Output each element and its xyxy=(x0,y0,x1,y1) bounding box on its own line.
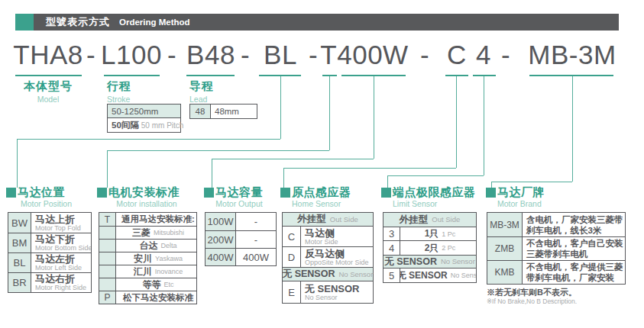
motor-installation-title: 电机安装标准 xyxy=(108,185,180,200)
page-title-en: Ordering Method xyxy=(119,18,190,27)
stroke-range-row: 50-1250mm xyxy=(108,105,180,118)
desc-zh: 2只 xyxy=(425,243,439,253)
connector-bl-down xyxy=(17,139,18,188)
group-zh: 外挂型 xyxy=(400,215,429,225)
group-cell: 无 SENSOR No Sensor xyxy=(383,256,476,268)
model-sep: - xyxy=(420,40,429,70)
motor-brand-subtitle: Motor Brand xyxy=(497,199,542,208)
desc-en: Motor Side xyxy=(305,238,373,246)
model-seg-limit-sensor: 4 xyxy=(476,40,491,70)
connector-c-drop xyxy=(456,76,457,168)
connector-bl-drop xyxy=(280,76,281,139)
code-cell: 200W xyxy=(205,231,236,248)
bullet-icon xyxy=(486,188,496,198)
group-row: 外挂型 Out Side xyxy=(383,213,476,227)
desc-cell: 马达左折 Motor Left Side xyxy=(31,253,91,272)
group-row: 外挂型 Out Side xyxy=(283,213,373,226)
code-cell: 3 xyxy=(383,227,400,240)
desc-line2: 刹车电机，线长3米 xyxy=(526,225,625,236)
bullet-icon xyxy=(381,188,391,198)
connector-mb3m-run xyxy=(491,182,572,182)
bullet-icon xyxy=(6,188,16,198)
group-en: No Sensor xyxy=(441,258,475,265)
desc-zh: 通用马达安装标准: xyxy=(121,214,195,224)
table-row: P 松下马达安装标准 xyxy=(99,291,196,304)
brand-note-zh: ※若无刹车则B不表示。 xyxy=(487,287,577,298)
desc-cell: 不含电机，客户提供三菱 带刹车电机，厂家安装 xyxy=(523,261,625,284)
model-seg-stroke: L100 xyxy=(101,40,162,70)
model-seg-brand: MB-3M xyxy=(528,40,616,70)
table-row: 汇川 Inovance xyxy=(99,265,196,278)
model-sep: - xyxy=(309,40,318,70)
desc-en: OppoSite Motor Side xyxy=(305,259,373,266)
code-cell xyxy=(99,278,116,291)
desc-en: Motor Top Fold xyxy=(35,224,91,232)
model-seg-position: BL xyxy=(264,40,297,70)
motor-output-table: 100W - 200W - 400W 400W xyxy=(205,212,277,266)
bullet-icon xyxy=(280,188,290,198)
group-zh: 无 SENSOR xyxy=(384,257,437,267)
bullet-icon xyxy=(97,188,107,198)
table-row: MB-3M 含电机，厂家安装三菱带 刹车电机，线长3米 xyxy=(487,213,625,236)
accent-square-icon xyxy=(15,14,34,31)
desc-en: No Sensor xyxy=(451,272,476,279)
code-cell: D xyxy=(283,247,301,267)
label-stroke-en: Stroke xyxy=(107,95,131,104)
model-seg-home-sensor: C xyxy=(447,40,467,70)
motor-brand-table: MB-3M 含电机，厂家安装三菱带 刹车电机，线长3米 ZMB 不含电机，客户自… xyxy=(487,212,626,285)
code-cell: KMB xyxy=(487,261,523,284)
label-stroke: 行程 Stroke xyxy=(107,79,131,104)
desc-zh: 马达左折 xyxy=(35,254,91,264)
limit-sensor-subtitle: Limit Sensor xyxy=(393,199,437,208)
stroke-pitch-en: 50 mm Pitch xyxy=(139,121,184,130)
group-en: Out Side xyxy=(432,216,460,223)
desc-zh: 无 SENSOR xyxy=(400,271,448,281)
connector-t-down xyxy=(107,150,108,188)
model-seg-lead: B48 xyxy=(186,40,235,70)
home-sensor-title: 原点感应器 xyxy=(292,185,351,200)
lead-code: 48 xyxy=(190,105,211,118)
connector-mb3m-down xyxy=(491,182,492,188)
table-row: 100W - xyxy=(205,213,276,230)
connector-mb3m-drop xyxy=(572,76,573,182)
code-cell: MB-3M xyxy=(487,213,523,236)
desc-cell: 马达上折 Motor Top Fold xyxy=(31,213,91,233)
connector-c-run xyxy=(283,168,456,169)
desc-line1: 不含电机，客户自己安装 xyxy=(526,238,625,249)
desc-en: Motor Right Side xyxy=(35,284,91,291)
model-sep: - xyxy=(501,40,510,70)
motor-output-title: 马达容量 xyxy=(215,185,263,200)
underline-4 xyxy=(473,75,496,76)
label-lead: 导程 Lead xyxy=(189,79,214,104)
desc-zh: 马达上折 xyxy=(35,214,91,224)
group-en: No Sensor xyxy=(338,271,373,278)
lead-table: 48 48mm xyxy=(189,104,257,119)
connector-bl-run xyxy=(17,139,280,140)
label-lead-en: Lead xyxy=(189,95,214,104)
motor-installation-subtitle: Motor installation xyxy=(97,199,196,208)
connector-400w-run xyxy=(212,159,374,159)
group-cell: 外挂型 Out Side xyxy=(283,213,373,226)
motor-position-table: BW 马达上折 Motor Top Fold BM 马达下折 Motor Bot… xyxy=(8,212,92,293)
table-row: E 无 SENSOR No Sensor xyxy=(283,281,373,303)
desc-cell: 反马达侧 OppoSite Motor Side xyxy=(301,247,373,267)
group-cell: 无 SENSOR No Sensor xyxy=(283,268,373,281)
desc-zh: 台达 xyxy=(139,241,157,251)
value-cell: - xyxy=(236,231,276,248)
connector-400w-drop xyxy=(374,76,374,159)
table-row: 200W - xyxy=(205,230,276,248)
model-seg-output: T400W xyxy=(320,40,408,70)
group-en: Out Side xyxy=(330,216,358,223)
code-cell: BM xyxy=(8,233,31,252)
table-row: C 马达侧 Motor Side xyxy=(283,226,373,246)
desc-cell: 无 SENSOR No Sensor xyxy=(400,269,476,282)
group-row: 无 SENSOR No Sensor xyxy=(383,255,476,268)
limit-sensor-title: 端点极限感应器 xyxy=(393,185,476,200)
desc-zh: 无 SENSOR xyxy=(305,284,373,294)
desc-zh: 松下马达安装标准 xyxy=(123,293,193,303)
desc-zh: 安川 xyxy=(134,254,152,264)
underline-b48 xyxy=(186,75,235,76)
desc-zh: 汇川 xyxy=(134,267,152,277)
code-cell: BW xyxy=(8,213,31,233)
desc-en: Motor Left Side xyxy=(35,264,91,272)
